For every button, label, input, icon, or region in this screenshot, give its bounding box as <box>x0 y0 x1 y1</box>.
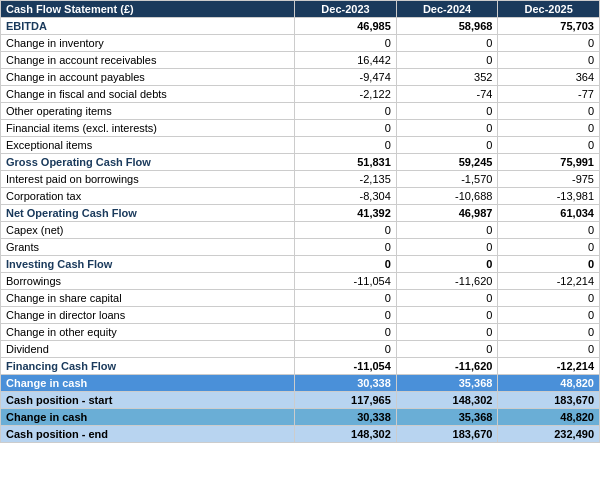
row-value: 0 <box>396 137 498 154</box>
table-row: Investing Cash Flow000 <box>1 256 600 273</box>
row-label: Financial items (excl. interests) <box>1 120 295 137</box>
row-value: -2,122 <box>295 86 397 103</box>
row-label: Change in share capital <box>1 290 295 307</box>
row-value: 0 <box>396 120 498 137</box>
row-value: 0 <box>498 35 600 52</box>
row-label: Change in cash <box>1 375 295 392</box>
row-value: 0 <box>396 341 498 358</box>
row-value: 0 <box>396 256 498 273</box>
row-value: 0 <box>498 103 600 120</box>
row-value: 58,968 <box>396 18 498 35</box>
row-value: 0 <box>295 222 397 239</box>
row-value: -8,304 <box>295 188 397 205</box>
row-value: 0 <box>498 324 600 341</box>
row-value: 0 <box>295 239 397 256</box>
row-value: 0 <box>295 35 397 52</box>
row-value: 0 <box>396 52 498 69</box>
row-value: 183,670 <box>498 392 600 409</box>
row-value: 0 <box>396 35 498 52</box>
row-value: 0 <box>295 256 397 273</box>
row-label: Corporation tax <box>1 188 295 205</box>
row-value: 0 <box>295 103 397 120</box>
row-label: Change in account receivables <box>1 52 295 69</box>
table-row: Grants000 <box>1 239 600 256</box>
row-value: 59,245 <box>396 154 498 171</box>
row-value: 48,820 <box>498 409 600 426</box>
row-value: 183,670 <box>396 426 498 443</box>
row-value: 61,034 <box>498 205 600 222</box>
row-label: EBITDA <box>1 18 295 35</box>
table-row: Borrowings-11,054-11,620-12,214 <box>1 273 600 290</box>
row-value: 0 <box>396 290 498 307</box>
col-header-dec2024: Dec-2024 <box>396 1 498 18</box>
row-value: -13,981 <box>498 188 600 205</box>
row-label: Change in account payables <box>1 69 295 86</box>
row-value: 51,831 <box>295 154 397 171</box>
row-value: -9,474 <box>295 69 397 86</box>
row-value: 46,985 <box>295 18 397 35</box>
row-value: -11,620 <box>396 358 498 375</box>
row-label: Financing Cash Flow <box>1 358 295 375</box>
row-value: 75,703 <box>498 18 600 35</box>
row-label: Capex (net) <box>1 222 295 239</box>
row-value: 0 <box>498 120 600 137</box>
row-value: 0 <box>396 239 498 256</box>
row-value: 117,965 <box>295 392 397 409</box>
row-value: 148,302 <box>396 392 498 409</box>
row-value: 0 <box>396 103 498 120</box>
table-row: Change in cash30,33835,36848,820 <box>1 409 600 426</box>
row-label: Other operating items <box>1 103 295 120</box>
row-value: 0 <box>498 256 600 273</box>
row-value: 0 <box>498 341 600 358</box>
table-row: Dividend000 <box>1 341 600 358</box>
table-row: Gross Operating Cash Flow51,83159,24575,… <box>1 154 600 171</box>
row-label: Change in other equity <box>1 324 295 341</box>
table-row: Capex (net)000 <box>1 222 600 239</box>
row-label: Cash position - end <box>1 426 295 443</box>
row-value: 0 <box>295 324 397 341</box>
row-value: 0 <box>295 120 397 137</box>
row-label: Interest paid on borrowings <box>1 171 295 188</box>
table-row: Change in inventory000 <box>1 35 600 52</box>
table-row: Cash position - end148,302183,670232,490 <box>1 426 600 443</box>
row-value: 41,392 <box>295 205 397 222</box>
row-label: Grants <box>1 239 295 256</box>
row-value: 0 <box>498 222 600 239</box>
row-value: 35,368 <box>396 375 498 392</box>
row-value: 352 <box>396 69 498 86</box>
row-value: -11,054 <box>295 358 397 375</box>
row-value: -11,054 <box>295 273 397 290</box>
table-row: Other operating items000 <box>1 103 600 120</box>
row-label: Borrowings <box>1 273 295 290</box>
table-row: Financial items (excl. interests)000 <box>1 120 600 137</box>
row-value: 48,820 <box>498 375 600 392</box>
row-value: -74 <box>396 86 498 103</box>
row-label: Cash position - start <box>1 392 295 409</box>
row-value: -12,214 <box>498 273 600 290</box>
row-value: 0 <box>498 290 600 307</box>
row-value: -2,135 <box>295 171 397 188</box>
row-value: 75,991 <box>498 154 600 171</box>
row-value: 0 <box>396 307 498 324</box>
table-row: Net Operating Cash Flow41,39246,98761,03… <box>1 205 600 222</box>
row-value: 0 <box>498 307 600 324</box>
row-value: 0 <box>396 222 498 239</box>
row-label: Gross Operating Cash Flow <box>1 154 295 171</box>
row-value: -12,214 <box>498 358 600 375</box>
row-value: 0 <box>295 307 397 324</box>
row-value: 0 <box>396 324 498 341</box>
table-row: Change in cash30,33835,36848,820 <box>1 375 600 392</box>
row-value: 148,302 <box>295 426 397 443</box>
col-header-dec2025: Dec-2025 <box>498 1 600 18</box>
table-title-header: Cash Flow Statement (£) <box>1 1 295 18</box>
cash-flow-table: Cash Flow Statement (£) Dec-2023 Dec-202… <box>0 0 600 443</box>
row-label: Change in inventory <box>1 35 295 52</box>
row-value: 30,338 <box>295 375 397 392</box>
table-row: Change in account payables-9,474352364 <box>1 69 600 86</box>
table-row: Interest paid on borrowings-2,135-1,570-… <box>1 171 600 188</box>
row-value: 0 <box>295 290 397 307</box>
row-label: Investing Cash Flow <box>1 256 295 273</box>
table-row: Change in other equity000 <box>1 324 600 341</box>
table-row: EBITDA46,98558,96875,703 <box>1 18 600 35</box>
row-label: Change in fiscal and social debts <box>1 86 295 103</box>
